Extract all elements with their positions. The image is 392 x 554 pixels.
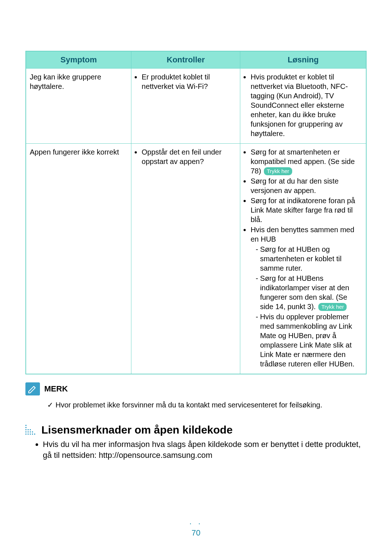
svg-rect-1	[25, 425, 26, 426]
solution-item: Sørg for at smartenheten er kompatibel m…	[250, 147, 362, 176]
svg-rect-8	[30, 431, 31, 432]
svg-rect-7	[30, 429, 31, 430]
cell-symptom: Jeg kan ikke gruppere høyttalere.	[26, 69, 131, 144]
svg-rect-9	[32, 431, 33, 432]
section-title: Lisensmerknader om åpen kildekode	[41, 424, 233, 436]
svg-rect-6	[28, 431, 29, 432]
solution-item: Hvis produktet er koblet til nettverket …	[250, 72, 362, 138]
solution-item: Sørg for at du har den siste versjonen a…	[250, 176, 362, 195]
link-button-page78[interactable]: Trykk her	[264, 167, 292, 175]
body-bullet-list: Hvis du vil ha mer informasjon hva slags…	[36, 439, 367, 460]
svg-rect-11	[30, 434, 31, 435]
th-check: Kontroller	[131, 51, 240, 69]
section-bullet-icon	[25, 425, 36, 435]
table-row: Jeg kan ikke gruppere høyttalere. Er pro…	[26, 69, 366, 144]
check-item: Er produktet koblet til nettverket via W…	[142, 72, 236, 91]
svg-rect-12	[32, 434, 33, 435]
section-heading: Lisensmerknader om åpen kildekode	[25, 424, 367, 436]
svg-rect-10	[28, 434, 29, 435]
checkmark-icon: ✓	[47, 401, 53, 409]
solution-item: Sørg for at indikatorene foran på Link M…	[250, 196, 362, 224]
note-body: Hvor problemet ikke forsvinner må du ta …	[56, 401, 322, 409]
svg-rect-13	[34, 434, 35, 435]
solution-subitem: Sørg for at HUBens indikatorlamper viser…	[256, 274, 362, 311]
cell-symptom: Appen fungerer ikke korrekt	[26, 144, 131, 374]
note-label: MERK	[44, 384, 68, 394]
svg-rect-4	[25, 431, 26, 432]
check-item: Oppstår det en feil under oppstart av ap…	[142, 147, 236, 166]
svg-rect-3	[25, 429, 26, 430]
svg-rect-5	[28, 429, 29, 430]
page-dots-icon: · ·	[189, 519, 203, 528]
cell-check: Oppstår det en feil under oppstart av ap…	[131, 144, 240, 374]
body-bullet: Hvis du vil ha mer informasjon hva slags…	[43, 439, 367, 460]
troubleshoot-table: Symptom Kontroller Løsning Jeg kan ikke …	[25, 51, 367, 374]
svg-rect-0	[25, 382, 40, 395]
note-pencil-icon	[25, 382, 40, 395]
svg-rect-14	[25, 434, 26, 435]
page-number-value: 70	[192, 528, 200, 537]
solution-text: Hvis den benyttes sammen med en HUB	[250, 226, 354, 243]
note-text: ✓Hvor problemet ikke forsvinner må du ta…	[47, 401, 367, 409]
th-symptom: Symptom	[26, 51, 131, 69]
cell-solution: Hvis produktet er koblet til nettverket …	[240, 69, 366, 144]
cell-solution: Sørg for at smartenheten er kompatibel m…	[240, 144, 366, 374]
cell-check: Er produktet koblet til nettverket via W…	[131, 69, 240, 144]
page-number: · · 70	[0, 519, 392, 538]
table-row: Appen fungerer ikke korrekt Oppstår det …	[26, 144, 366, 374]
svg-rect-2	[25, 427, 26, 428]
th-solution: Løsning	[240, 51, 366, 69]
solution-subitem: Sørg for at HUBen og smartenheten er kob…	[256, 245, 362, 273]
solution-subitem: Hvis du opplever problemer med sammenkob…	[256, 312, 362, 369]
link-button-page14[interactable]: Trykk her	[318, 303, 347, 311]
solution-item: Hvis den benyttes sammen med en HUB Sørg…	[250, 225, 362, 369]
note-block: MERK	[25, 382, 367, 395]
